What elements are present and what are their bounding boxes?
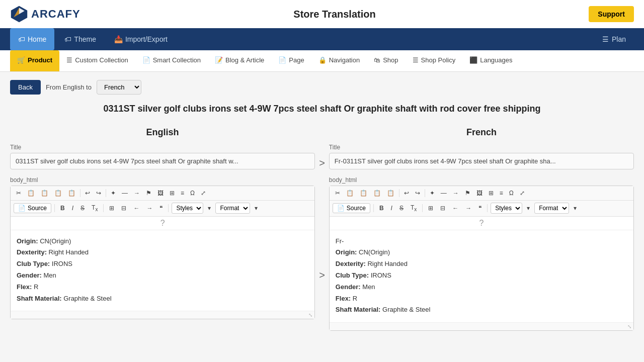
french-rte-toolbar-top: ✂ 📋 📋 📋 📋 ↩ ↪ ✦ — → ⚑ 🖼 ⊞ ≡ Ω: [330, 186, 633, 201]
english-body-label: body_html: [10, 176, 315, 184]
fr-rte-omega-btn[interactable]: Ω: [507, 188, 516, 198]
tab-blog-label: Blog & Article: [225, 56, 264, 64]
fr-rte-bold-btn[interactable]: B: [377, 203, 386, 213]
rte-redo-btn[interactable]: ↪: [94, 188, 104, 198]
english-rte-body[interactable]: Origin: CN(Origin) Dexterity: Right Hand…: [11, 230, 314, 311]
body-arrow: >: [319, 269, 325, 281]
tab-smart-collection[interactable]: 📄 Smart Collection: [135, 50, 208, 71]
fr-rte-paste-text-btn[interactable]: 📋: [371, 188, 383, 198]
fr-rte-redo-btn[interactable]: ↪: [413, 188, 423, 198]
rte-expand-btn[interactable]: ⤢: [198, 188, 208, 198]
nav-item-theme[interactable]: 🏷 Theme: [56, 28, 104, 50]
fr-rte-list-btn[interactable]: ≡: [497, 188, 506, 198]
rte-subscript-btn[interactable]: Tx: [89, 203, 100, 214]
fr-rte-expand-btn[interactable]: ⤢: [517, 188, 527, 198]
rte-ul-btn[interactable]: ⊟: [119, 203, 129, 213]
product-title: 0311ST silver golf clubs irons set 4-9W …: [10, 103, 634, 115]
fr-rte-copy-btn[interactable]: 📋: [344, 188, 356, 198]
navigation-icon: 🔒: [318, 56, 327, 64]
rte-styles-select[interactable]: Styles: [172, 203, 203, 214]
french-rte-help: ?: [330, 217, 633, 230]
rte-link-btn[interactable]: →: [131, 188, 142, 198]
tab-shop[interactable]: 🛍 Shop: [367, 50, 405, 71]
fr-rte-image-btn[interactable]: 🖼: [474, 188, 485, 198]
fr-rte-link-btn[interactable]: →: [450, 188, 461, 198]
fr-resize-handle[interactable]: ⤡: [627, 324, 631, 329]
navbar-left: 🏷 Home 🏷 Theme 📥 Import/Export: [10, 28, 176, 50]
rte-paste-btn[interactable]: 📋: [38, 188, 51, 198]
rte-outdent-btn[interactable]: ←: [131, 203, 142, 213]
fr-rte-outdent-btn[interactable]: ←: [450, 203, 461, 213]
fr-rte-ul-btn[interactable]: ⊟: [438, 203, 448, 213]
rte-source-btn[interactable]: 📄 Source: [14, 203, 51, 213]
english-title-input[interactable]: [10, 153, 315, 169]
tab-blog-article[interactable]: 📝 Blog & Article: [208, 50, 271, 71]
tab-page[interactable]: 📄 Page: [271, 50, 311, 71]
support-button[interactable]: Support: [589, 6, 634, 22]
fr-rte-cut-btn[interactable]: ✂: [333, 188, 343, 198]
english-rte: ✂ 📋 📋 📋 📋 ↩ ↪ ✦ — → ⚑ 🖼 ⊞ ≡ Ω: [10, 186, 315, 319]
fr-rte-paste-btn[interactable]: 📋: [357, 188, 370, 198]
rte-list-btn[interactable]: ≡: [178, 188, 187, 198]
rte-paste-text-btn[interactable]: 📋: [52, 188, 64, 198]
tab-navigation[interactable]: 🔒 Navigation: [311, 50, 367, 71]
english-rte-toolbar-top: ✂ 📋 📋 📋 📋 ↩ ↪ ✦ — → ⚑ 🖼 ⊞ ≡ Ω: [11, 186, 314, 201]
french-title-input[interactable]: [329, 153, 634, 169]
rte-strike-btn[interactable]: S: [78, 203, 87, 213]
sep4: [103, 204, 104, 212]
nav-item-import-export[interactable]: 📥 Import/Export: [106, 28, 176, 50]
tab-product-label: Product: [28, 56, 52, 64]
nav-home-label: Home: [28, 35, 46, 43]
fr-rte-styles-select[interactable]: Styles: [491, 203, 522, 214]
rte-format-select[interactable]: Format: [215, 203, 250, 214]
fr-rte-special-btn[interactable]: ✦: [427, 188, 437, 198]
rte-table-btn[interactable]: ⊞: [167, 188, 177, 198]
rte-blockquote-btn[interactable]: ❝: [157, 203, 165, 213]
fr-rte-strike-btn[interactable]: S: [397, 203, 406, 213]
fr-rte-hr-btn[interactable]: —: [438, 188, 449, 198]
rte-copy-btn[interactable]: 📋: [25, 188, 37, 198]
tab-shop-policy[interactable]: ☰ Shop Policy: [406, 50, 463, 71]
back-button[interactable]: Back: [10, 80, 41, 95]
rte-special-btn[interactable]: ✦: [108, 188, 118, 198]
fr-rte-anchor-btn[interactable]: ⚑: [462, 188, 473, 198]
fr-rte-undo-btn[interactable]: ↩: [401, 188, 412, 198]
language-select[interactable]: French Spanish German Italian: [97, 80, 141, 95]
fr-rte-italic-btn[interactable]: I: [388, 203, 395, 213]
rte-image-btn[interactable]: 🖼: [155, 188, 166, 198]
rte-italic-btn[interactable]: I: [69, 203, 76, 213]
rte-indent-btn[interactable]: →: [144, 203, 155, 213]
fr-rte-blockquote-btn[interactable]: ❝: [476, 203, 484, 213]
nav-item-home[interactable]: 🏷 Home: [10, 28, 54, 50]
tab-languages[interactable]: ⬛ Languages: [462, 50, 519, 71]
rte-omega-btn[interactable]: Ω: [188, 188, 197, 198]
french-rte-body[interactable]: Fr- Origin: CN(Origin) Dexterity: Right …: [330, 230, 633, 323]
fr-rte-format-select[interactable]: Format: [534, 203, 569, 214]
rte-cut-btn[interactable]: ✂: [14, 188, 24, 198]
plan-button[interactable]: ☰ Plan: [594, 28, 634, 50]
fr-rte-indent-btn[interactable]: →: [463, 203, 474, 213]
english-rte-help: ?: [11, 217, 314, 230]
nav-theme-label: Theme: [74, 35, 96, 43]
fr-rte-ol-btn[interactable]: ⊞: [426, 203, 436, 213]
rte-anchor-btn[interactable]: ⚑: [143, 188, 154, 198]
header: ARCAFY Store Translation Support: [0, 0, 644, 28]
rte-bold-btn[interactable]: B: [58, 203, 67, 213]
fr-rte-subscript-btn[interactable]: Tx: [408, 203, 419, 214]
rte-paste-word-btn[interactable]: 📋: [65, 188, 78, 198]
fr-rte-table-btn[interactable]: ⊞: [486, 188, 496, 198]
rte-hr-btn[interactable]: —: [119, 188, 130, 198]
fr-rte-source-btn[interactable]: 📄 Source: [333, 203, 370, 213]
fr-rte-paste-word-btn[interactable]: 📋: [384, 188, 397, 198]
french-panel: French Title body_html ✂ 📋 📋 📋 📋 ↩ ↪ ✦ —: [329, 127, 634, 331]
rte-undo-btn[interactable]: ↩: [83, 188, 93, 198]
tab-product[interactable]: 🛒 Product: [10, 50, 59, 71]
home-icon: 🏷: [18, 35, 25, 43]
resize-handle[interactable]: ⤡: [308, 312, 312, 318]
tab-custom-collection[interactable]: ☰ Custom Collection: [59, 50, 135, 71]
rte-format-arrow[interactable]: ▾: [252, 203, 260, 213]
fr-rte-format-arrow[interactable]: ▾: [571, 203, 579, 213]
rte-ol-btn[interactable]: ⊞: [107, 203, 117, 213]
rte-styles-arrow[interactable]: ▾: [205, 203, 213, 213]
fr-rte-styles-arrow[interactable]: ▾: [524, 203, 532, 213]
